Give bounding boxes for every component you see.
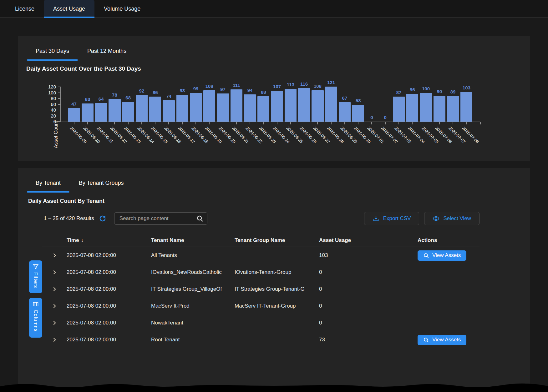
refresh-button[interactable]	[99, 214, 107, 223]
tab-license[interactable]: License	[6, 0, 44, 18]
search-input[interactable]	[114, 212, 207, 225]
top-tab-bar: License Asset Usage Volume Usage	[0, 0, 548, 18]
x-axis-end-tick	[480, 122, 481, 124]
tenant-table: Filters Columns Time↓ Tenant Name Tenant…	[42, 234, 480, 348]
x-axis-tick	[317, 122, 318, 124]
x-axis-tick	[277, 122, 277, 124]
x-axis-tick	[453, 122, 453, 124]
row-expand-chevron-icon[interactable]	[51, 286, 58, 292]
row-usage: 103	[319, 252, 418, 259]
chart-bar-slot: 64 2025-06-11	[94, 87, 108, 122]
columns-button[interactable]: Columns	[29, 298, 42, 338]
x-axis-tick	[114, 122, 115, 124]
table-heading: Daily Asset Count By Tenant	[28, 198, 530, 204]
chart-bar-slot: 116 2025-06-26	[297, 87, 311, 122]
chart-bar-slot: 78 2025-06-12	[108, 87, 121, 122]
chart-bar-slot: 90 2025-07-06	[433, 87, 446, 122]
bar-value-label: 0	[370, 115, 373, 120]
bar-value-label: 99	[193, 86, 199, 91]
x-axis-tick	[74, 122, 74, 124]
tab-asset-usage[interactable]: Asset Usage	[44, 0, 94, 18]
tab-past-30-days[interactable]: Past 30 Days	[31, 45, 74, 60]
y-tick-label: 0	[53, 119, 56, 124]
x-axis-tick	[209, 122, 210, 124]
row-usage: 73	[319, 337, 418, 343]
table-body: 2025-07-08 02:00:00 All Tenants 103 View…	[42, 247, 480, 348]
table-row: 2025-07-08 02:00:00 All Tenants 103 View…	[42, 247, 480, 264]
bar-chart: Asset Count 47 2025-06-09 63 2025-06-10 …	[18, 87, 530, 161]
x-axis-tick	[344, 122, 345, 124]
tab-volume-usage[interactable]: Volume Usage	[94, 0, 150, 18]
row-expand-chevron-icon[interactable]	[51, 303, 58, 309]
chart-bar	[176, 95, 188, 122]
row-expand-chevron-icon[interactable]	[51, 252, 58, 259]
row-expand-chevron-icon[interactable]	[51, 269, 58, 275]
chart-bar	[136, 95, 148, 122]
y-tick-label: 20	[51, 113, 56, 119]
row-group: MacServ IT-Tenant-Group	[235, 303, 319, 309]
refresh-icon	[99, 215, 106, 222]
tab-by-tenant[interactable]: By Tenant	[31, 177, 65, 192]
y-tick-label: 120	[48, 84, 56, 90]
filters-button[interactable]: Filters	[29, 260, 42, 293]
column-header-tenant-name[interactable]: Tenant Name	[151, 237, 235, 244]
view-assets-button[interactable]: View Assets	[418, 335, 466, 345]
bar-value-label: 92	[139, 88, 145, 93]
columns-label: Columns	[33, 310, 38, 332]
bar-value-label: 96	[410, 87, 415, 92]
search-box	[114, 212, 207, 225]
asset-usage-chart-panel: Past 30 Days Past 12 Months Daily Asset …	[18, 36, 530, 161]
y-tick-mark	[58, 110, 60, 110]
bar-value-label: 67	[342, 95, 348, 101]
download-icon	[373, 215, 379, 222]
column-header-time[interactable]: Time↓	[67, 237, 151, 244]
export-csv-button[interactable]: Export CSV	[364, 212, 419, 225]
x-axis-tick	[236, 122, 237, 124]
row-tenant: NowakTenant	[151, 320, 235, 326]
bar-value-label: 0	[384, 115, 387, 120]
tab-by-tenant-groups[interactable]: By Tenant Groups	[74, 177, 128, 192]
table-row: 2025-07-08 02:00:00 MacServ It-Prod MacS…	[42, 298, 480, 314]
y-axis-title: Asset Count	[53, 121, 59, 148]
chart-bar	[149, 97, 161, 122]
chart-bar	[231, 89, 242, 122]
tab-past-12-months[interactable]: Past 12 Months	[83, 45, 131, 60]
row-tenant: All Tenants	[151, 252, 235, 259]
column-header-asset-usage[interactable]: Asset Usage	[319, 237, 418, 244]
row-usage: 0	[319, 320, 418, 326]
y-tick-mark	[58, 93, 60, 93]
y-tick-label: 40	[51, 107, 56, 113]
x-axis-tick	[155, 122, 155, 124]
chart-bar-slot: 99 2025-06-18	[189, 87, 202, 122]
chart-bar	[339, 102, 351, 122]
y-tick-mark	[58, 98, 60, 99]
select-view-button[interactable]: Select View	[424, 212, 480, 225]
view-assets-button[interactable]: View Assets	[418, 250, 466, 261]
bar-value-label: 100	[422, 86, 430, 91]
table-row: 2025-07-08 02:00:00 IOvations_NewRoadsCa…	[42, 264, 480, 281]
y-tick-mark	[58, 87, 60, 87]
chart-bar	[285, 89, 297, 122]
table-row: 2025-07-08 02:00:00 Root Tenant 73 View …	[42, 331, 480, 348]
chart-bar-slot: 100 2025-07-05	[419, 87, 433, 122]
chart-bar	[109, 99, 120, 122]
chart-bar	[122, 102, 134, 122]
results-summary: 1 – 25 of 420 Results	[44, 215, 94, 222]
row-expand-chevron-icon[interactable]	[51, 320, 58, 326]
chart-bar-slot: 96 2025-07-04	[406, 87, 419, 122]
column-header-tenant-group-name[interactable]: Tenant Group Name	[235, 237, 319, 244]
row-expand-chevron-icon[interactable]	[51, 337, 58, 343]
chart-bar	[244, 94, 256, 122]
chart-bar	[393, 97, 405, 122]
table-row: 2025-07-08 02:00:00 IT Strategies Group_…	[42, 281, 480, 298]
chart-bar-slot: 87 2025-07-03	[392, 87, 405, 122]
chart-range-tabs: Past 30 Days Past 12 Months	[18, 36, 530, 60]
chart-bar	[163, 100, 175, 122]
bar-value-label: 90	[437, 89, 442, 94]
select-view-label: Select View	[443, 215, 471, 222]
chart-bar	[460, 92, 472, 122]
x-axis-tick	[195, 122, 196, 124]
view-assets-label: View Assets	[432, 337, 461, 343]
chart-bar-slot: 111 2025-06-21	[230, 87, 243, 122]
row-tenant: Root Tenant	[151, 337, 235, 343]
